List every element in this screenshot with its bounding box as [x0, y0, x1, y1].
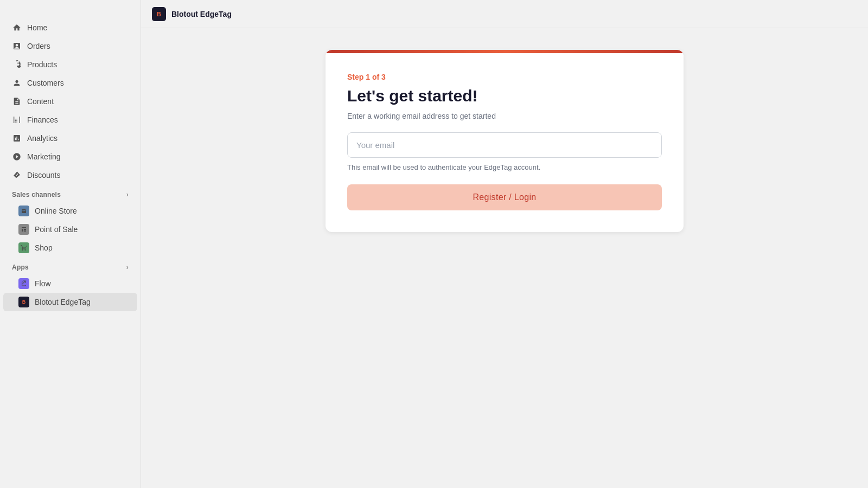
sidebar-item-shop[interactable]: Shop: [3, 239, 137, 257]
card-subtitle: Enter a working email address to get sta…: [347, 112, 662, 120]
topbar-logo-text: B: [157, 11, 161, 17]
orders-icon: [12, 41, 22, 51]
customers-icon: [12, 78, 22, 88]
register-login-button[interactable]: Register / Login: [347, 184, 662, 210]
pos-icon: [18, 224, 29, 235]
sidebar-item-online-store-label: Online Store: [35, 207, 77, 215]
sidebar-item-marketing[interactable]: Marketing: [3, 147, 137, 166]
card-body: Step 1 of 3 Let's get started! Enter a w…: [326, 53, 684, 232]
step-label: Step 1 of 3: [347, 73, 662, 81]
content-area: Step 1 of 3 Let's get started! Enter a w…: [141, 28, 868, 488]
topbar: B Blotout EdgeTag: [141, 0, 868, 28]
marketing-icon: [12, 152, 22, 162]
sidebar-item-online-store[interactable]: Online Store: [3, 202, 137, 220]
store-icon: [18, 206, 29, 216]
sidebar-item-point-of-sale[interactable]: Point of Sale: [3, 220, 137, 239]
apps-section-header[interactable]: Apps ›: [0, 257, 141, 274]
sales-channels-label: Sales channels: [12, 191, 61, 198]
email-hint: This email will be used to authenticate …: [347, 163, 662, 171]
sidebar-item-orders[interactable]: Orders: [3, 37, 137, 55]
email-input[interactable]: [347, 132, 662, 158]
sidebar-item-shop-label: Shop: [35, 243, 53, 252]
sidebar-item-blotout-edgetag[interactable]: B Blotout EdgeTag: [3, 293, 137, 311]
sidebar-item-content-label: Content: [27, 97, 54, 106]
blotout-icon: B: [18, 297, 29, 307]
topbar-title: Blotout EdgeTag: [171, 10, 232, 18]
sidebar-item-discounts-label: Discounts: [27, 171, 60, 179]
sidebar-item-customers-label: Customers: [27, 79, 64, 87]
discounts-icon: [12, 170, 22, 180]
main-area: B Blotout EdgeTag Step 1 of 3 Let's get …: [141, 0, 868, 488]
shop-icon: [18, 242, 29, 253]
sidebar-item-discounts[interactable]: Discounts: [3, 166, 137, 184]
sidebar-item-flow-label: Flow: [35, 279, 51, 288]
sidebar-item-products[interactable]: Products: [3, 55, 137, 74]
apps-label: Apps: [12, 264, 29, 271]
flow-icon: [18, 278, 29, 289]
setup-card: Step 1 of 3 Let's get started! Enter a w…: [326, 50, 684, 232]
apps-chevron-icon: ›: [126, 264, 129, 271]
sidebar-item-point-of-sale-label: Point of Sale: [35, 225, 78, 234]
topbar-logo: B: [152, 7, 166, 21]
finances-icon: [12, 115, 22, 125]
sidebar-item-products-label: Products: [27, 60, 57, 69]
card-heading: Let's get started!: [347, 87, 662, 105]
sidebar-item-finances-label: Finances: [27, 115, 58, 124]
sidebar: Home Orders Products Customers Content F…: [0, 0, 141, 488]
sidebar-item-customers[interactable]: Customers: [3, 74, 137, 92]
sidebar-item-home[interactable]: Home: [3, 18, 137, 37]
home-icon: [12, 23, 22, 33]
sidebar-item-marketing-label: Marketing: [27, 152, 60, 161]
sidebar-item-content[interactable]: Content: [3, 92, 137, 111]
analytics-icon: [12, 133, 22, 143]
sales-channels-chevron-icon: ›: [126, 191, 129, 198]
sidebar-item-blotout-edgetag-label: Blotout EdgeTag: [35, 298, 91, 306]
sidebar-item-finances[interactable]: Finances: [3, 111, 137, 129]
sidebar-item-analytics[interactable]: Analytics: [3, 129, 137, 147]
sidebar-item-flow[interactable]: Flow: [3, 274, 137, 293]
sidebar-header: [0, 4, 141, 18]
sidebar-item-analytics-label: Analytics: [27, 134, 58, 143]
sales-channels-section-header[interactable]: Sales channels ›: [0, 184, 141, 202]
products-icon: [12, 60, 22, 69]
sidebar-item-home-label: Home: [27, 23, 47, 32]
sidebar-item-orders-label: Orders: [27, 42, 50, 50]
content-icon: [12, 97, 22, 106]
